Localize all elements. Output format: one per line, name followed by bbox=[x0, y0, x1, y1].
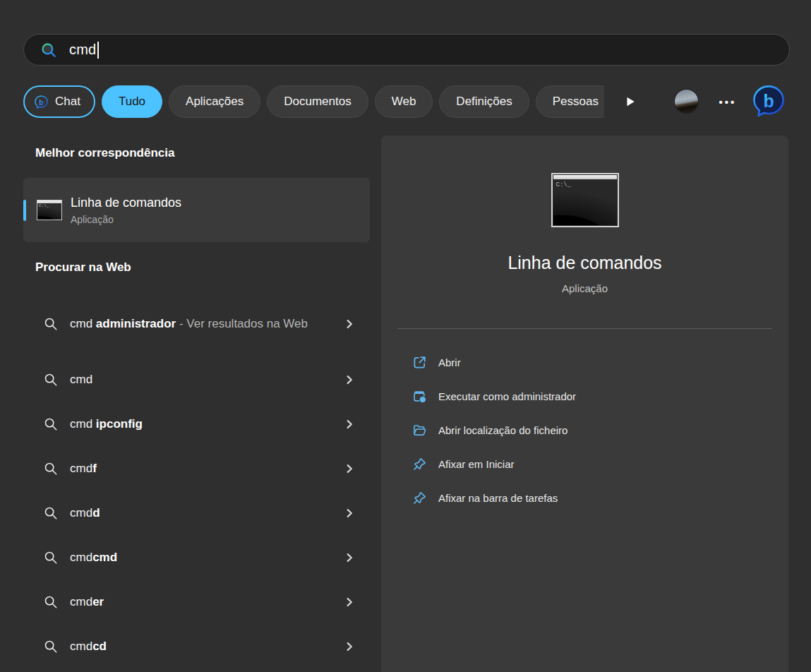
suggestion-text: cmd bbox=[70, 369, 92, 390]
svg-text:b: b bbox=[763, 91, 774, 111]
action-abrir-localiza-o-do-ficheiro[interactable]: Abrir localização do ficheiro bbox=[381, 413, 788, 447]
search-suggestion[interactable]: cmdf bbox=[23, 446, 370, 491]
folder-open-icon bbox=[412, 423, 427, 438]
search-suggestion[interactable]: cmd bbox=[23, 357, 370, 402]
search-box[interactable]: cmd bbox=[23, 34, 790, 66]
action-abrir[interactable]: Abrir bbox=[381, 345, 788, 379]
search-icon bbox=[43, 461, 59, 476]
pin-icon bbox=[412, 457, 427, 472]
preview-panel: C:\_ Linha de comandos Aplicação AbrirEx… bbox=[381, 136, 788, 672]
search-suggestion[interactable]: cmdcd bbox=[23, 624, 370, 668]
chevron-right-icon[interactable] bbox=[344, 464, 354, 474]
search-icon bbox=[40, 41, 58, 59]
search-suggestion[interactable]: cmdd bbox=[23, 491, 370, 535]
tab-label: Web bbox=[392, 95, 416, 109]
chevron-right-icon[interactable] bbox=[344, 597, 354, 607]
svg-text:b: b bbox=[39, 97, 43, 106]
preview-subtitle: Aplicação bbox=[381, 282, 788, 294]
tab-label: Pessoas bbox=[553, 95, 599, 109]
action-label: Afixar na barra de tarefas bbox=[438, 492, 558, 504]
admin-window-icon bbox=[412, 389, 427, 404]
preview-title: Linha de comandos bbox=[381, 253, 788, 273]
search-icon bbox=[43, 316, 59, 332]
suggestion-text: cmd administrador - Ver resultados na We… bbox=[70, 313, 308, 335]
pin-icon bbox=[412, 491, 427, 505]
search-icon bbox=[43, 372, 59, 388]
action-label: Afixar em Iniciar bbox=[438, 458, 515, 470]
web-search-section-title: Procurar na Web bbox=[35, 260, 131, 275]
suggestion-text: cmdd bbox=[70, 503, 100, 524]
open-external-icon bbox=[412, 355, 427, 370]
tab-tudo[interactable]: Tudo bbox=[102, 85, 162, 118]
search-icon bbox=[43, 416, 59, 432]
suggestion-text: cmdcmd bbox=[70, 547, 117, 568]
action-afixar-na-barra-de-tarefas[interactable]: Afixar na barra de tarefas bbox=[381, 481, 788, 515]
action-label: Abrir bbox=[438, 356, 461, 368]
action-label: Abrir localização do ficheiro bbox=[438, 424, 567, 436]
chevron-right-icon[interactable] bbox=[344, 553, 354, 563]
bing-icon: b bbox=[750, 83, 787, 119]
tab-label: Documentos bbox=[284, 95, 351, 109]
tab-definições[interactable]: Definições bbox=[439, 85, 529, 118]
best-match-subtitle: Aplicação bbox=[71, 214, 181, 225]
search-icon bbox=[43, 505, 59, 521]
action-label: Executar como administrador bbox=[438, 390, 576, 402]
suggestion-text: cmdf bbox=[70, 458, 97, 479]
tab-chat[interactable]: bChat bbox=[23, 85, 95, 118]
command-prompt-icon: C:\_ bbox=[37, 200, 62, 220]
best-match-section-title: Melhor correspondência bbox=[35, 146, 174, 160]
show-more-tabs-button[interactable] bbox=[618, 90, 642, 113]
chevron-right-icon[interactable] bbox=[344, 375, 354, 385]
web-suggestions-list: cmd administrador - Ver resultados na We… bbox=[23, 291, 370, 668]
filter-tab-row: bChatTudoAplicaçõesDocumentosWebDefiniçõ… bbox=[23, 85, 811, 119]
tab-documentos[interactable]: Documentos bbox=[267, 85, 368, 118]
command-prompt-icon-large: C:\_ bbox=[551, 173, 619, 227]
search-icon bbox=[43, 550, 59, 565]
search-suggestion[interactable]: cmd ipconfig bbox=[23, 402, 370, 446]
suggestion-text: cmdcd bbox=[70, 636, 107, 657]
suggestion-text: cmd ipconfig bbox=[70, 414, 143, 435]
bing-icon: b bbox=[34, 95, 49, 109]
search-suggestion[interactable]: cmd administrador - Ver resultados na We… bbox=[23, 291, 370, 357]
best-match-title: Linha de comandos bbox=[71, 196, 181, 210]
search-suggestion[interactable]: cmdcmd bbox=[23, 535, 370, 580]
search-icon bbox=[43, 639, 59, 654]
action-executar-como-administrador[interactable]: Executar como administrador bbox=[381, 379, 788, 413]
tab-label: Tudo bbox=[119, 95, 145, 109]
action-afixar-em-iniciar[interactable]: Afixar em Iniciar bbox=[381, 447, 788, 481]
search-input-value[interactable]: cmd bbox=[69, 42, 96, 58]
chevron-right-icon[interactable] bbox=[344, 508, 354, 518]
chevron-right-icon[interactable] bbox=[344, 642, 354, 652]
user-avatar[interactable] bbox=[675, 90, 698, 113]
search-icon bbox=[43, 594, 59, 610]
play-icon bbox=[625, 96, 636, 107]
more-options-button[interactable]: ••• bbox=[714, 89, 742, 114]
tab-web[interactable]: Web bbox=[375, 85, 433, 118]
search-suggestion[interactable]: cmder bbox=[23, 580, 370, 624]
text-caret bbox=[97, 42, 99, 59]
tab-label: Chat bbox=[55, 95, 80, 109]
tab-strip: bChatTudoAplicaçõesDocumentosWebDefiniçõ… bbox=[23, 85, 604, 119]
tab-pessoas[interactable]: Pessoas bbox=[536, 85, 604, 118]
selection-accent-bar bbox=[23, 200, 26, 221]
suggestion-text: cmder bbox=[70, 592, 104, 613]
chevron-right-icon[interactable] bbox=[344, 419, 354, 429]
windows-search-window: { "search": { "value": "cmd" }, "tabs": … bbox=[0, 0, 811, 672]
tab-aplicações[interactable]: Aplicações bbox=[169, 85, 260, 118]
tab-label: Aplicações bbox=[186, 95, 244, 109]
divider bbox=[397, 328, 772, 329]
tab-label: Definições bbox=[456, 95, 512, 109]
best-match-result[interactable]: C:\_ Linha de comandos Aplicação bbox=[23, 178, 370, 242]
bing-chat-button[interactable]: b bbox=[750, 83, 787, 119]
chevron-right-icon[interactable] bbox=[344, 319, 354, 329]
action-list: AbrirExecutar como administradorAbrir lo… bbox=[381, 345, 788, 515]
